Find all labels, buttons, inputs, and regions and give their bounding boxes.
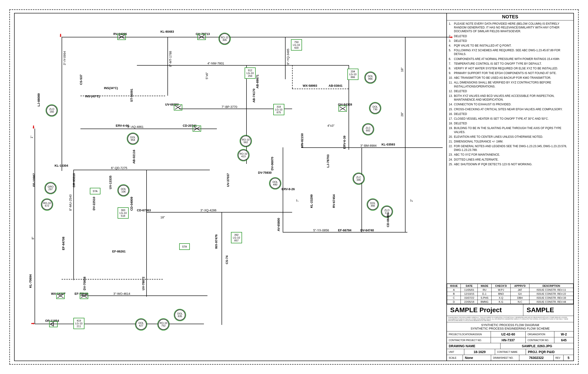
size-1: 1" xyxy=(30,136,33,138)
pipe-v-mid6 xyxy=(361,147,362,232)
eq-KL16304: KL-16304 xyxy=(54,164,68,167)
eq-KL03593: KL-03593 xyxy=(381,143,395,146)
label-aq4861: 8"-AQ-4861 xyxy=(127,125,144,129)
eq-EF86261: EF-86261 xyxy=(112,250,126,253)
eq-INS34: INS(34°C) xyxy=(104,86,118,90)
contractor-no: 645 xyxy=(554,337,573,343)
inst-RO562: RO-10562 xyxy=(240,136,251,146)
note-item: 2.DELETED xyxy=(449,34,572,38)
note-item: 9.PRIMARY SUPPORT FOR THE EFGH COMPONENT… xyxy=(449,71,572,75)
eq-INS43: INS (43°C) xyxy=(85,94,100,98)
eq-ERV826: ERV-8-26 xyxy=(282,187,295,191)
lg-392: 392LG-10857 xyxy=(231,232,242,243)
eq-AB89871: AB-89871 xyxy=(256,74,259,88)
note-item: 19.BUILDING TO BE IN THE SLANTING PLANE … xyxy=(449,126,572,134)
eq-DV70858: DV-70858 xyxy=(83,277,86,290)
eq-RV67454: RV-67454 xyxy=(332,194,336,208)
revision-row: C15/07/22S.PHSX.QDBHISSUE CONSTR. REV.33 xyxy=(447,296,573,300)
inst-RO752: RO-10752 xyxy=(158,319,169,330)
scale: None xyxy=(463,355,491,361)
size-18: 18" xyxy=(400,67,404,72)
label-yx0856: 5"-YX-0856 xyxy=(313,229,329,232)
eq-EF10987: EF-10987 xyxy=(32,173,36,187)
pipe-yx0856 xyxy=(283,232,407,232)
pipe-v-left xyxy=(35,129,35,324)
revision-row: A11/05/01RUW.PJJATISSUE CONSTR. REV.11 xyxy=(447,288,573,292)
note-item: 20.ELEVATION ARE TO CENTER LINES UNLESS … xyxy=(449,135,572,139)
eq-AB74170: AB-74170 xyxy=(252,89,256,103)
eq-EF84708: EF-84708 xyxy=(62,237,65,250)
label-yq3485: 8"-YQ-3485 xyxy=(286,49,290,65)
pipe-qd7275 xyxy=(74,170,210,170)
size-28: 28" xyxy=(400,112,404,117)
pipe-v1 xyxy=(62,37,62,171)
inst-ZLC345: ZLC345 xyxy=(353,173,364,184)
eq-EF66784: EF-66784 xyxy=(338,229,351,232)
disclaimer: PLEASE READ THIS DISCLAIMER CAREFULLY. T… xyxy=(447,316,573,322)
lg-419: 419LG-10211 xyxy=(74,318,84,329)
pipe-v-right xyxy=(405,37,406,232)
eq-KL70694: KL-70694 xyxy=(29,274,32,288)
sample-stamp: SAMPLE xyxy=(523,304,573,316)
size-2: 2" xyxy=(410,199,413,202)
pipe-v-mid4 xyxy=(221,212,222,325)
eq-DV06970: DV-06970 xyxy=(271,157,274,170)
rev-no: 5 xyxy=(564,355,573,361)
size-5x6: 5"x6" xyxy=(205,72,209,79)
size-8: 8" xyxy=(31,237,35,239)
title-block: SAMPLE Project SAMPLE PLEASE READ THIS D… xyxy=(447,304,573,361)
label-nw7801: 4"-NW-7801 xyxy=(208,62,224,65)
size-18b: 18" xyxy=(160,216,165,219)
contract-name: PROJ. PQR P&ID xyxy=(526,349,573,355)
eq-CD04909: CD-04909 xyxy=(130,197,133,211)
eq-AV65800: AV-65800 xyxy=(277,218,280,231)
pipe-dashed-3 xyxy=(62,279,163,280)
pipe-v-mid1 xyxy=(246,65,247,164)
eq-CD08490: CD-08490 xyxy=(386,213,390,227)
eq-UV78872: UV-78872 xyxy=(142,277,145,290)
inst-DOL835: DOL835 xyxy=(175,310,185,320)
inst-DOL866: DOL866 xyxy=(365,72,376,83)
eq-CD67363: CD-67363 xyxy=(137,208,151,212)
note-item: 17.CLOSED VESSEL HEATER IS SET TO ON/OFF… xyxy=(449,117,572,121)
org: W-2 xyxy=(554,332,573,337)
eq-ST56091: ST-56091 xyxy=(130,89,133,102)
contractor-proj: HN-7337 xyxy=(491,337,526,343)
arrow-in-1: ⬇ xyxy=(59,33,62,38)
note-item: 23.ABC TO XYZ FOR MAINTAINENCE. xyxy=(449,153,572,156)
eq-OR95510: OR-95510 xyxy=(72,173,76,187)
arrow-in-2: ⬇ xyxy=(32,125,35,129)
eq-LJ88089: LJ-88089 xyxy=(37,93,41,106)
inst-DOL730: DOL730 xyxy=(370,103,380,114)
lg-912: 912LG-10259 xyxy=(245,67,256,79)
pipe-xq4286 xyxy=(146,212,292,212)
lg-204: 204LG-10866 xyxy=(347,69,358,80)
note-item: 16.DELETED xyxy=(449,112,572,116)
eq-DV22510: DV-22510 xyxy=(92,197,96,210)
revision-table: ISSUEDATEMADECHECK'DAPPRV'DDESCRIPTION A… xyxy=(447,283,573,304)
label-mt1788: 8"-MT-1788 xyxy=(169,51,172,67)
eq-GH84328: GH-84328 xyxy=(338,103,352,106)
inst-DOL490: DOL490 xyxy=(270,178,281,189)
note-item: 7.TEMPERATURE CONTROL IS SET TO ON/OFF T… xyxy=(449,62,572,66)
eq-DV64740: DV-64740 xyxy=(360,229,374,232)
project-title: SAMPLE Project xyxy=(447,304,523,316)
note-item: 25.ABC SHUTDOWN IF PQR DETECTS 123 IS NO… xyxy=(449,162,572,166)
pipe-yq3485 xyxy=(285,37,285,79)
inst-RO672: RO-10672 xyxy=(42,199,52,210)
note-item: 12.DELETED xyxy=(449,89,572,93)
valve-ef75840 xyxy=(80,294,87,298)
inst-RO305: RO-10305 xyxy=(219,33,230,44)
eq-AB02116: AB-02116 xyxy=(132,150,136,164)
note-item: 24.DOTTED LINES ARE ALTERNATE. xyxy=(449,158,572,162)
arrow-out-1: ➡ xyxy=(449,35,453,39)
drawing-subtitle: SYNTHETIC PROCESS FLOW DIAGRAM SYNTHETIC… xyxy=(447,322,573,331)
label-xq4286: 3"-XQ-4286 xyxy=(200,208,216,212)
inst-DOL356: DOL356 xyxy=(368,199,378,210)
pipe-v-mid3 xyxy=(146,170,147,297)
valve-gh78713 xyxy=(198,35,205,39)
eq-UV13335: UV-13335 xyxy=(109,176,112,189)
eq-DV75930: DV-75930 xyxy=(258,171,272,174)
note-item: 5.FOLLOWING XYZ SCHEMES ARE REQUIRED. SE… xyxy=(449,48,572,56)
valve-rv94286 xyxy=(118,35,125,39)
